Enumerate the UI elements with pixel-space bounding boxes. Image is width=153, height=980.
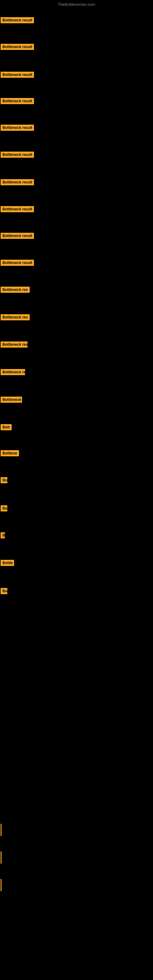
bottleneck-row-18: Bo: [1, 505, 7, 513]
vertical-bar-22: [1, 824, 2, 836]
bottleneck-row-4: Bottleneck result: [1, 125, 34, 132]
bottleneck-row-10: Bottleneck res: [1, 286, 30, 294]
bottleneck-label-2: Bottleneck result: [1, 72, 34, 78]
bottleneck-row-12: Bottleneck res: [1, 342, 27, 349]
bottleneck-label-5: Bottleneck result: [1, 151, 34, 158]
bottleneck-row-3: Bottleneck result: [1, 98, 34, 105]
bottleneck-label-6: Bottleneck result: [1, 179, 34, 185]
bottleneck-label-7: Bottleneck result: [1, 206, 34, 212]
bottleneck-label-15: Bott: [1, 424, 12, 430]
bottleneck-label-1: Bottleneck result: [1, 44, 34, 50]
bottleneck-label-0: Bottleneck result: [1, 17, 34, 23]
bottleneck-label-9: Bottleneck result: [1, 260, 34, 266]
bottleneck-label-11: Bottleneck res: [1, 314, 30, 320]
bottleneck-label-18: Bo: [1, 505, 7, 511]
bottleneck-label-12: Bottleneck res: [1, 342, 27, 348]
vertical-bar-23: [1, 851, 2, 864]
bottleneck-label-19: B: [1, 532, 5, 538]
bottleneck-row-5: Bottleneck result: [1, 151, 34, 159]
bottleneck-label-20: Bottle: [1, 560, 14, 566]
bottleneck-row-6: Bottleneck result: [1, 179, 34, 186]
bottleneck-label-17: Bo: [1, 477, 7, 483]
bottleneck-row-9: Bottleneck result: [1, 260, 34, 267]
bottleneck-row-16: Bottlene: [1, 450, 19, 458]
bottleneck-row-2: Bottleneck result: [1, 72, 34, 79]
bottleneck-label-16: Bottlene: [1, 450, 19, 456]
bottleneck-row-7: Bottleneck result: [1, 206, 34, 213]
bottleneck-row-21: Bo: [1, 588, 7, 595]
bottleneck-label-13: Bottleneck res: [1, 369, 25, 375]
bottleneck-label-4: Bottleneck result: [1, 125, 34, 131]
bottleneck-row-0: Bottleneck result: [1, 17, 34, 24]
bottleneck-label-3: Bottleneck result: [1, 98, 34, 104]
bottleneck-row-14: Bottleneck: [1, 396, 22, 404]
bottleneck-row-15: Bott: [1, 424, 12, 431]
bottleneck-label-8: Bottleneck result: [1, 233, 34, 239]
bottleneck-row-1: Bottleneck result: [1, 44, 34, 51]
bottleneck-label-14: Bottleneck: [1, 396, 22, 403]
bottleneck-label-10: Bottleneck res: [1, 286, 30, 293]
bottleneck-label-21: Bo: [1, 588, 7, 594]
bottleneck-row-8: Bottleneck result: [1, 233, 34, 240]
bottleneck-row-17: Bo: [1, 477, 7, 485]
bottleneck-row-11: Bottleneck res: [1, 314, 30, 321]
bottleneck-row-20: Bottle: [1, 560, 14, 567]
bottleneck-row-13: Bottleneck res: [1, 369, 25, 376]
site-title: TheBottlenecker.com: [0, 1, 153, 8]
vertical-bar-24: [1, 879, 2, 891]
bottleneck-row-19: B: [1, 532, 5, 539]
